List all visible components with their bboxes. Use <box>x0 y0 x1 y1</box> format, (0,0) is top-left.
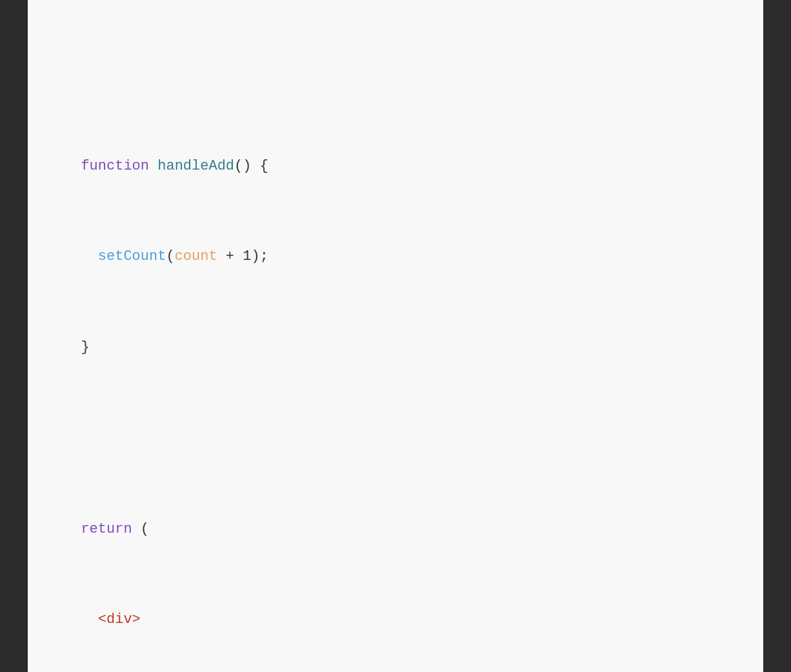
code-line-12: } <box>64 336 727 359</box>
code-line-11: setCount(count + 1); <box>64 245 727 268</box>
code-block: function Child(props:any) { console.log(… <box>64 0 727 672</box>
code-line-9 <box>64 64 727 86</box>
page-wrapper: function Child(props:any) { console.log(… <box>0 0 791 672</box>
code-line-15: <div> <box>64 608 727 631</box>
code-line-10: function handleAdd() { <box>64 155 727 177</box>
code-line-14: return ( <box>64 518 727 540</box>
code-line-13 <box>64 427 727 450</box>
code-container: function Child(props:any) { console.log(… <box>28 0 763 672</box>
